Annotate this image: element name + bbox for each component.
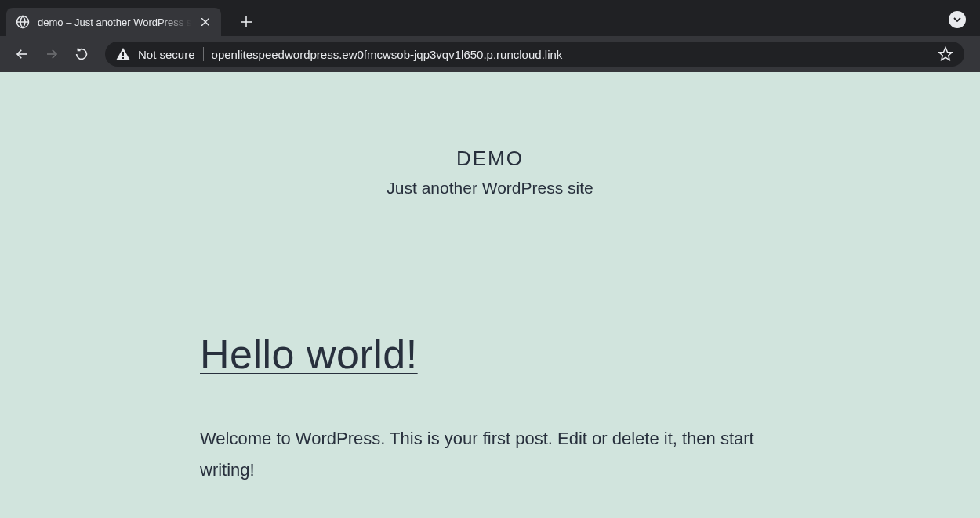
url-text: openlitespeedwordpress.ew0fmcwsob-jqp3vq… [212, 48, 930, 61]
toolbar: Not secure openlitespeedwordpress.ew0fmc… [0, 36, 980, 72]
back-button[interactable] [9, 42, 34, 67]
page-content: DEMO Just another WordPress site Hello w… [0, 72, 980, 518]
address-bar[interactable]: Not secure openlitespeedwordpress.ew0fmc… [105, 42, 964, 67]
post-title: Hello world! [200, 331, 780, 378]
chevron-down-icon[interactable] [949, 11, 966, 28]
tab-bar: demo – Just another WordPress s [0, 0, 980, 36]
reload-button[interactable] [69, 42, 94, 67]
forward-button[interactable] [39, 42, 64, 67]
browser-tab[interactable]: demo – Just another WordPress s [6, 8, 221, 36]
site-title: DEMO [0, 147, 980, 171]
site-tagline: Just another WordPress site [0, 179, 980, 197]
browser-chrome: demo – Just another WordPress s [0, 0, 980, 72]
security-label: Not secure [138, 48, 195, 61]
site-title-link[interactable]: DEMO [456, 147, 524, 170]
warning-icon [116, 48, 130, 60]
svg-rect-9 [122, 57, 124, 59]
window-controls [949, 11, 966, 28]
separator [203, 47, 204, 61]
svg-rect-8 [122, 52, 124, 56]
new-tab-button[interactable] [235, 11, 257, 33]
site-header: DEMO Just another WordPress site [0, 72, 980, 197]
post-title-link[interactable]: Hello world! [200, 331, 418, 377]
post: Hello world! Welcome to WordPress. This … [184, 331, 796, 485]
tab-title: demo – Just another WordPress s [38, 16, 191, 28]
svg-marker-10 [939, 48, 953, 60]
globe-icon [16, 15, 30, 29]
post-body: Welcome to WordPress. This is your first… [200, 423, 780, 485]
star-icon[interactable] [938, 46, 953, 62]
close-icon[interactable] [199, 16, 212, 28]
